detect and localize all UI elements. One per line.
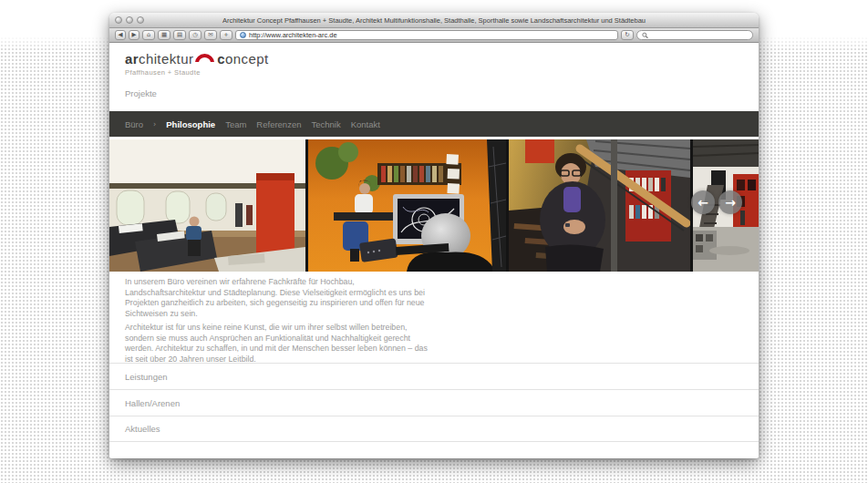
- page: Architektur Concept Pfaffhausen + Staudt…: [0, 0, 868, 483]
- logo-word2: concept: [217, 51, 268, 67]
- main-nav: Büro › Philosophie Team Referenzen Techn…: [109, 111, 759, 137]
- grid-view-button[interactable]: ▦: [158, 30, 170, 40]
- address-bar[interactable]: http://www.architekten-arc.de: [235, 30, 618, 40]
- reload-button[interactable]: ↻: [621, 30, 634, 40]
- nav-item-buero[interactable]: Büro: [125, 119, 143, 129]
- accordion-item-aktuelles[interactable]: Aktuelles: [109, 416, 759, 442]
- minimize-button[interactable]: [126, 16, 133, 24]
- photo-carousel: ← →: [109, 139, 759, 272]
- mail-icon: ✉: [208, 32, 212, 38]
- home-button[interactable]: ⌂: [142, 30, 155, 40]
- photo-office-interior: [109, 139, 305, 272]
- accordion: Leistungen Hallen/Arenen Aktuelles: [109, 363, 759, 442]
- accordion-item-leistungen[interactable]: Leistungen: [109, 363, 759, 389]
- browser-window: Architektur Concept Pfaffhausen + Staudt…: [109, 13, 759, 458]
- browser-toolbar: ◀ ▶ ⌂ ▦ ▤ ◷ ✉ + http://www.architekten-a…: [109, 28, 759, 43]
- back-icon: ◀: [119, 32, 123, 38]
- plus-icon: +: [223, 32, 228, 38]
- add-tab-button[interactable]: +: [220, 30, 232, 40]
- reload-icon: ↻: [625, 32, 629, 38]
- webpage-content: architektur concept Pfaffhausen + Staudt…: [109, 44, 759, 458]
- search-field[interactable]: [636, 30, 753, 40]
- projekte-link[interactable]: Projekte: [125, 88, 157, 98]
- nav-item-team[interactable]: Team: [225, 119, 246, 129]
- paragraph-2: Architektur ist für uns keine reine Kuns…: [125, 323, 429, 365]
- bookmarks-button[interactable]: ▤: [173, 30, 186, 40]
- philosophy-text: In unserem Büro vereinen wir erfahrene F…: [125, 277, 429, 365]
- close-button[interactable]: [115, 16, 122, 24]
- accordion-item-hallen-arenen[interactable]: Hallen/Arenen: [109, 389, 759, 416]
- nav-item-referenzen[interactable]: Referenzen: [256, 119, 301, 129]
- arrow-left-icon: ←: [698, 195, 708, 210]
- globe-icon: [240, 32, 246, 38]
- paragraph-1: In unserem Büro vereinen wir erfahrene F…: [125, 277, 429, 319]
- photo-architect-on-stairs: [509, 139, 690, 272]
- nav-item-kontakt[interactable]: Kontakt: [351, 119, 380, 129]
- arrow-right-icon: →: [725, 195, 736, 210]
- search-icon: [642, 32, 648, 39]
- history-button[interactable]: ◷: [189, 30, 202, 40]
- search-input[interactable]: [650, 31, 748, 39]
- nav-item-technik[interactable]: Technik: [311, 119, 340, 129]
- logo-word1: architektur: [125, 51, 193, 67]
- url-text: http://www.architekten-arc.de: [249, 31, 337, 39]
- back-button[interactable]: ◀: [115, 30, 126, 40]
- history-icon: ◷: [192, 32, 198, 38]
- grid-icon: ▦: [161, 32, 167, 38]
- window-title: Architektur Concept Pfaffhausen + Staudt…: [164, 13, 704, 28]
- home-icon: ⌂: [147, 32, 150, 38]
- forward-button[interactable]: ▶: [129, 30, 140, 40]
- photo-cad-workstation: [308, 139, 506, 272]
- logo-tagline: Pfaffhausen + Staudte: [125, 68, 268, 77]
- titlebar: Architektur Concept Pfaffhausen + Staudt…: [109, 13, 759, 28]
- carousel-prev-button[interactable]: ←: [691, 190, 715, 214]
- mail-button[interactable]: ✉: [204, 30, 217, 40]
- window-controls: [115, 16, 144, 24]
- logo-wordmark: architektur concept: [125, 51, 268, 67]
- logo-arc-icon: [195, 54, 214, 62]
- site-logo[interactable]: architektur concept Pfaffhausen + Staudt…: [125, 51, 268, 77]
- zoom-button[interactable]: [137, 16, 144, 24]
- breadcrumb-separator: ›: [153, 120, 156, 128]
- carousel-next-button[interactable]: →: [718, 190, 742, 214]
- forward-icon: ▶: [132, 32, 137, 38]
- nav-item-philosophie[interactable]: Philosophie: [166, 119, 215, 129]
- bookmarks-icon: ▤: [177, 32, 182, 38]
